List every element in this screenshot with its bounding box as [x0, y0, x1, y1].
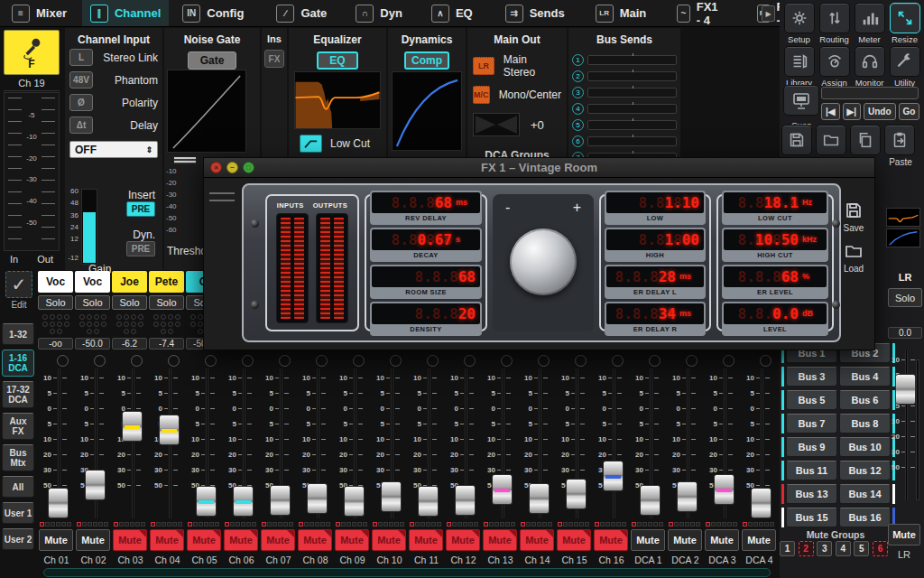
- mute-button[interactable]: Mute: [705, 529, 739, 551]
- lr-solo-button[interactable]: Solo: [888, 288, 922, 307]
- mute-button[interactable]: Mute: [631, 529, 665, 551]
- paste-button[interactable]: [884, 125, 915, 155]
- assign-button[interactable]: Assign: [817, 46, 852, 88]
- undo-button[interactable]: Undo: [864, 103, 896, 120]
- insert-fx-button[interactable]: FX: [264, 50, 284, 68]
- mute-button[interactable]: Mute: [113, 529, 147, 551]
- bus-send-slider[interactable]: [587, 136, 677, 146]
- fader-cap[interactable]: [603, 461, 624, 491]
- bus-button[interactable]: Bus 11: [786, 461, 837, 480]
- layer-button[interactable]: All: [2, 476, 34, 498]
- pan-indicator[interactable]: [316, 355, 328, 367]
- pan-indicator[interactable]: [279, 355, 291, 367]
- tab-eq[interactable]: ∧EQ: [423, 0, 481, 26]
- mute-button[interactable]: Mute: [372, 529, 406, 551]
- fader-bank-scrollbar[interactable]: [43, 568, 771, 577]
- mute-button[interactable]: Mute: [557, 529, 591, 551]
- pan-indicator[interactable]: [760, 355, 772, 367]
- low-cut-button[interactable]: [300, 135, 322, 153]
- fx-param-display[interactable]: 8.8.8.868ms REV DELAY: [370, 191, 482, 225]
- pan-indicator[interactable]: [353, 355, 365, 367]
- fader-cap[interactable]: [714, 474, 735, 505]
- fader-cap[interactable]: [381, 481, 402, 512]
- pan-indicator[interactable]: [464, 355, 476, 367]
- fader-cap[interactable]: [196, 486, 217, 517]
- dyn-pre-button[interactable]: PRE: [126, 241, 155, 256]
- pan-indicator[interactable]: [131, 355, 143, 367]
- main-lr-assign-button[interactable]: LR: [473, 57, 494, 75]
- fader-cap[interactable]: [159, 415, 180, 445]
- save-button[interactable]: [781, 125, 812, 155]
- pan-indicator[interactable]: [501, 355, 513, 367]
- minimize-icon[interactable]: −: [226, 162, 238, 173]
- fx-param-display[interactable]: 8.8.8.81.10 LOW: [605, 191, 706, 225]
- fader-cap[interactable]: [122, 411, 143, 442]
- insert-pre-button[interactable]: PRE: [126, 201, 155, 217]
- fx-param-display[interactable]: 8.8.8.834ms ER DELAY R: [605, 302, 706, 336]
- channel-input-toggle[interactable]: L: [69, 49, 93, 66]
- monitor-button[interactable]: Monitor: [852, 46, 887, 88]
- fader-cap[interactable]: [85, 470, 106, 500]
- layer-button[interactable]: 17-32DCA: [2, 381, 34, 408]
- fx-param-display[interactable]: 8.8.8.868 ROOM SIZE: [370, 265, 482, 299]
- tab-sends[interactable]: ⇉Sends: [497, 0, 573, 26]
- fx-value-knob[interactable]: [510, 228, 577, 295]
- fader-cap[interactable]: [48, 488, 69, 518]
- fx-param-display[interactable]: 8.8.8.80.67s DECAY: [370, 228, 482, 262]
- bus-button[interactable]: Bus 14: [839, 484, 891, 504]
- pan-indicator[interactable]: [575, 355, 587, 367]
- fader-cap[interactable]: [344, 486, 365, 517]
- copy-button[interactable]: [850, 125, 881, 155]
- edit-button[interactable]: ✓: [5, 271, 32, 298]
- bus-button[interactable]: Bus 6: [839, 390, 891, 410]
- tab-mixer[interactable]: ≡Mixer: [4, 0, 75, 26]
- mute-group-button[interactable]: 2: [799, 541, 814, 556]
- solo-button[interactable]: Solo: [149, 295, 184, 310]
- pan-indicator[interactable]: [242, 355, 254, 367]
- fx-param-display[interactable]: 8.8.8.820 DENSITY: [370, 302, 482, 336]
- mute-group-button[interactable]: 6: [873, 541, 888, 556]
- pan-indicator[interactable]: [649, 355, 661, 367]
- tab-fx1-4[interactable]: ~FX1 - 4: [669, 0, 731, 26]
- mute-button[interactable]: Mute: [668, 529, 702, 551]
- layer-button[interactable]: User 2: [2, 528, 34, 550]
- pan-indicator[interactable]: [538, 355, 550, 367]
- scribble-strip[interactable]: Joe: [112, 271, 147, 293]
- fader-cap[interactable]: [455, 485, 476, 516]
- maximize-icon[interactable]: □: [243, 162, 254, 173]
- fader-cap[interactable]: [640, 485, 661, 516]
- bus-send-slider[interactable]: [587, 55, 677, 65]
- fx-param-display[interactable]: 8.8.8.81.00 HIGH: [605, 228, 706, 262]
- lr-mute-button[interactable]: Mute: [888, 524, 920, 545]
- tab-main[interactable]: LRMain: [587, 0, 655, 26]
- routing-button[interactable]: Routing: [817, 3, 852, 44]
- mute-button[interactable]: Mute: [150, 529, 184, 551]
- mute-button[interactable]: Mute: [742, 529, 776, 551]
- dynamics-thumbnail[interactable]: [886, 228, 920, 247]
- fx-param-display[interactable]: 8.8.8.810.50kHz HIGH CUT: [722, 228, 828, 262]
- bus-button[interactable]: Bus 15: [786, 508, 837, 527]
- mute-button[interactable]: Mute: [298, 529, 332, 551]
- tab-channel[interactable]: ∥Channel: [82, 0, 169, 26]
- mute-button[interactable]: Mute: [224, 529, 258, 551]
- bus-button[interactable]: Bus 10: [839, 437, 891, 457]
- tab-config[interactable]: INConfig: [174, 0, 252, 26]
- lr-fader-cap[interactable]: [895, 374, 916, 405]
- tab-dyn[interactable]: ∩Dyn: [347, 0, 411, 26]
- utility-button[interactable]: Utility: [887, 46, 922, 88]
- channel-input-toggle[interactable]: Δt: [69, 117, 93, 134]
- channel-input-toggle[interactable]: 48V: [69, 71, 93, 89]
- go-button[interactable]: Go: [899, 103, 920, 120]
- bus-button[interactable]: Bus 16: [839, 508, 891, 527]
- mute-button[interactable]: Mute: [335, 529, 369, 551]
- pan-indicator[interactable]: [94, 355, 106, 367]
- scribble-strip[interactable]: Voc: [75, 271, 110, 293]
- mute-button[interactable]: Mute: [594, 529, 628, 551]
- mono-center-assign-button[interactable]: M/C: [473, 86, 490, 104]
- fader-cap[interactable]: [418, 486, 439, 517]
- setup-button[interactable]: Setup: [781, 3, 817, 44]
- scribble-strip[interactable]: Pete: [149, 271, 184, 293]
- fx-param-display[interactable]: 8.8.8.80.0dB LEVEL: [722, 302, 828, 336]
- mute-group-button[interactable]: 3: [817, 541, 832, 556]
- scene-prev-button[interactable]: |◀: [821, 103, 840, 120]
